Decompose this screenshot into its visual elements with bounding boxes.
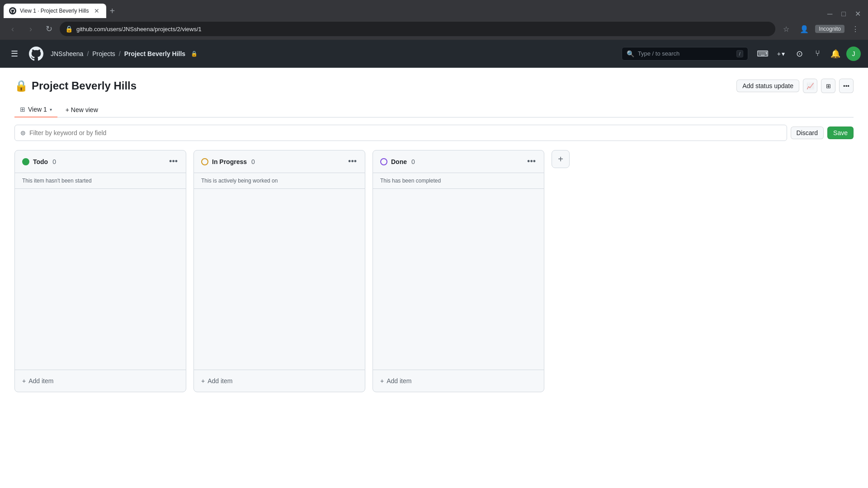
todo-title: Todo (33, 158, 48, 165)
view-1-tab[interactable]: ⊞ View 1 ▾ (14, 102, 57, 117)
in-progress-title: In Progress (212, 158, 247, 165)
create-new-button[interactable]: + ▾ (774, 48, 788, 59)
search-icon: 🔍 (627, 50, 634, 57)
breadcrumb-user[interactable]: JNSsheena (51, 50, 83, 57)
column-todo: Todo 0 ••• This item hasn't been started… (14, 150, 186, 392)
window-controls: ─ □ ✕ (820, 9, 868, 18)
forward-button[interactable]: › (24, 22, 38, 36)
add-status-update-button[interactable]: Add status update (736, 80, 799, 92)
chart-icon: 📈 (807, 83, 814, 89)
in-progress-footer: + Add item (194, 370, 365, 392)
bookmark-button[interactable]: ☆ (779, 22, 793, 36)
incognito-badge: Incognito (815, 25, 844, 33)
done-footer: + Add item (373, 370, 544, 392)
terminal-button[interactable]: ⌨ (755, 47, 770, 61)
done-menu-button[interactable]: ••• (526, 156, 537, 167)
done-title: Done (391, 158, 407, 165)
page-content: 🔒 Project Beverly Hills Add status updat… (0, 68, 868, 488)
in-progress-status-icon (201, 158, 208, 165)
tab-bar: View 1 · Project Beverly Hills ✕ + ─ □ ✕ (0, 0, 868, 18)
breadcrumb: JNSsheena / Projects / Project Beverly H… (51, 50, 198, 57)
column-done: Done 0 ••• This has been completed + Add… (373, 150, 544, 392)
in-progress-add-icon: + (201, 377, 205, 385)
back-button[interactable]: ‹ (5, 22, 20, 36)
global-search[interactable]: 🔍 Type / to search / (622, 47, 748, 61)
todo-description: This item hasn't been started (15, 173, 186, 189)
board-icon: ⊞ (20, 106, 25, 113)
close-button[interactable]: ✕ (851, 9, 864, 18)
project-header: 🔒 Project Beverly Hills Add status updat… (14, 79, 854, 93)
save-button[interactable]: Save (827, 127, 854, 139)
chart-view-button[interactable]: 📈 (803, 79, 817, 93)
done-body (373, 189, 544, 370)
in-progress-body (194, 189, 365, 370)
todo-add-item-button[interactable]: + Add item (22, 375, 179, 386)
notifications-button[interactable]: 🔔 (828, 47, 843, 61)
pullrequest-button[interactable]: ⑂ (810, 47, 825, 61)
done-description: This has been completed (373, 173, 544, 189)
view-1-label: View 1 (28, 106, 47, 113)
filter-icon: ⊜ (20, 129, 26, 136)
address-bar[interactable]: 🔒 github.com/users/JNSsheena/projects/2/… (60, 22, 775, 36)
nav-bar: ‹ › ↻ 🔒 github.com/users/JNSsheena/proje… (0, 18, 868, 40)
hamburger-menu-button[interactable]: ☰ (7, 47, 22, 61)
new-view-button[interactable]: + New view (61, 103, 103, 116)
filter-input-wrapper: ⊜ (14, 125, 787, 141)
tab-favicon (9, 7, 16, 14)
more-icon: ••• (843, 83, 849, 89)
breadcrumb-lock-icon: 🔒 (191, 51, 198, 57)
maximize-button[interactable]: □ (838, 10, 849, 18)
nav-actions: ☆ 👤 Incognito ⋮ (779, 22, 863, 36)
header-actions: ⌨ + ▾ ⊙ ⑂ 🔔 J (755, 47, 861, 61)
breadcrumb-sep1: / (87, 50, 89, 57)
filter-input[interactable] (29, 129, 781, 136)
column-todo-header: Todo 0 ••• (15, 150, 186, 173)
project-title: 🔒 Project Beverly Hills (14, 80, 137, 92)
more-button[interactable]: ⋮ (848, 22, 863, 36)
table-view-button[interactable]: ⊞ (821, 79, 835, 93)
in-progress-add-item-button[interactable]: + Add item (201, 375, 358, 386)
user-avatar[interactable]: J (846, 47, 861, 61)
plus-chevron-icon: ▾ (782, 50, 785, 57)
done-status-icon (380, 158, 387, 165)
column-done-header: Done 0 ••• (373, 150, 544, 173)
in-progress-menu-button[interactable]: ••• (347, 156, 358, 167)
github-header: ☰ JNSsheena / Projects / Project Beverly… (0, 40, 868, 68)
search-shortcut-badge: / (736, 50, 743, 57)
view-tabs: ⊞ View 1 ▾ + New view (14, 102, 854, 117)
todo-status-icon (22, 158, 29, 165)
project-lock-icon: 🔒 (14, 80, 28, 92)
todo-add-label: Add item (28, 377, 53, 385)
github-logo (29, 47, 43, 61)
ssl-lock-icon: 🔒 (65, 25, 73, 33)
new-tab-button[interactable]: + (106, 4, 119, 18)
tab-title: View 1 · Project Beverly Hills (20, 8, 89, 14)
add-column-button[interactable]: + (552, 150, 570, 168)
project-title-text: Project Beverly Hills (32, 80, 137, 92)
todo-add-icon: + (22, 377, 26, 385)
done-add-label: Add item (387, 377, 411, 385)
in-progress-add-label: Add item (208, 377, 232, 385)
tab-close-button[interactable]: ✕ (93, 7, 101, 15)
discard-button[interactable]: Discard (791, 127, 824, 139)
breadcrumb-projects[interactable]: Projects (92, 50, 115, 57)
todo-body (15, 189, 186, 370)
done-add-icon: + (380, 377, 384, 385)
refresh-button[interactable]: ↻ (42, 22, 56, 36)
minimize-button[interactable]: ─ (824, 10, 836, 18)
url-text: github.com/users/JNSsheena/projects/2/vi… (76, 26, 770, 33)
done-count: 0 (411, 158, 415, 165)
active-tab[interactable]: View 1 · Project Beverly Hills ✕ (4, 4, 106, 18)
project-more-button[interactable]: ••• (839, 79, 854, 93)
todo-footer: + Add item (15, 370, 186, 392)
search-placeholder-text: Type / to search (638, 50, 733, 57)
profile-button[interactable]: 👤 (797, 22, 811, 36)
column-in-progress-header: In Progress 0 ••• (194, 150, 365, 173)
issues-button[interactable]: ⊙ (792, 47, 807, 61)
breadcrumb-current: Project Beverly Hills (124, 50, 185, 57)
breadcrumb-sep2: / (119, 50, 121, 57)
in-progress-description: This is actively being worked on (194, 173, 365, 189)
in-progress-count: 0 (251, 158, 255, 165)
done-add-item-button[interactable]: + Add item (380, 375, 537, 386)
todo-menu-button[interactable]: ••• (168, 156, 179, 167)
